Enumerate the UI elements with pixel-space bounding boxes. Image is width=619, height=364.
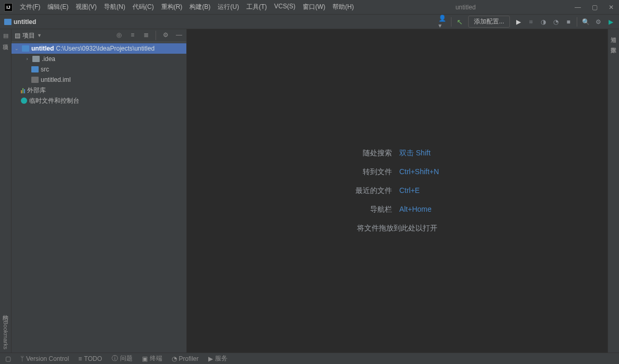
- breadcrumb-project: untitled: [14, 18, 36, 26]
- run-config-button[interactable]: 添加配置...: [468, 16, 510, 28]
- tree-item-label: 临时文件和控制台: [29, 96, 79, 105]
- menu-build[interactable]: 构建(B): [186, 1, 213, 14]
- project-view-selector[interactable]: ▤ 项目 ▼: [15, 31, 42, 40]
- window-controls: — ▢ ✕: [574, 4, 615, 11]
- left-stripe: ▤ 项目 结构 Bookmarks: [0, 29, 11, 353]
- collapse-all-icon[interactable]: ≣: [142, 31, 150, 39]
- gear-icon[interactable]: ⚙: [161, 31, 170, 39]
- tip-shortcut: 双击 Shift: [399, 149, 439, 158]
- menu-navigate[interactable]: 导航(N): [101, 1, 128, 14]
- status-label: Version Control: [26, 355, 69, 362]
- project-panel-icon: ▤: [3, 32, 8, 39]
- tree-scratches[interactable]: 临时文件和控制台: [11, 95, 186, 106]
- tree-item-label: untitled.iml: [41, 76, 70, 83]
- iml-file-icon: [31, 77, 39, 83]
- status-bar: ▢ ᛘ Version Control ≡ TODO ⓘ 问题 ▣ 终端 ◔ P…: [0, 353, 619, 364]
- tree-row[interactable]: › .idea: [11, 54, 186, 64]
- tree-item-label: src: [41, 66, 49, 73]
- tip-shortcut: Alt+Home: [399, 205, 439, 214]
- menu-run[interactable]: 运行(U): [215, 1, 242, 14]
- folder-icon: [32, 56, 40, 62]
- tree-root[interactable]: ⌄ untitled C:\Users\0932\IdeaProjects\un…: [11, 43, 186, 54]
- app-logo: IJ: [4, 3, 13, 11]
- tree-item-label: .idea: [42, 55, 55, 63]
- profile-icon[interactable]: ◔: [552, 18, 560, 26]
- project-stripe-btn[interactable]: ▤ 项目: [2, 32, 9, 40]
- tree-item-label: 外部库: [27, 86, 46, 95]
- status-vcs[interactable]: ᛘ Version Control: [20, 355, 69, 362]
- tip-label: 转到文件: [363, 167, 392, 177]
- tree-row[interactable]: untitled.iml: [11, 75, 186, 85]
- tip-label: 导航栏: [370, 205, 392, 214]
- coverage-icon[interactable]: ◑: [539, 18, 547, 26]
- chevron-right-icon[interactable]: ›: [24, 56, 30, 62]
- project-tool-window: ▤ 项目 ▼ ◎ ≡ ≣ ⚙ — ⌄ untitled C:\Users\093…: [11, 29, 187, 353]
- bookmarks-stripe-btn[interactable]: Bookmarks: [3, 321, 9, 349]
- chevron-down-icon: ▼: [37, 33, 42, 38]
- project-pane-title: 项目: [22, 31, 35, 40]
- menu-view[interactable]: 视图(V): [73, 1, 100, 14]
- status-terminal[interactable]: ▣ 终端: [142, 354, 162, 363]
- module-icon: [22, 45, 29, 52]
- status-problems[interactable]: ⓘ 问题: [112, 354, 133, 363]
- title-bar: IJ 文件(F) 编辑(E) 视图(V) 导航(N) 代码(C) 重构(R) 构…: [0, 0, 619, 15]
- folder-icon: [4, 19, 11, 25]
- main-layout: ▤ 项目 结构 Bookmarks ▤ 项目 ▼ ◎ ≡ ≣ ⚙ —: [0, 29, 619, 353]
- status-label: 服务: [215, 354, 228, 363]
- menu-vcs[interactable]: VCS(S): [271, 1, 299, 14]
- breadcrumb[interactable]: untitled: [4, 18, 36, 26]
- todo-icon: ≡: [78, 355, 82, 362]
- editor-empty-state[interactable]: 随处搜索 双击 Shift 转到文件 Ctrl+Shift+N 最近的文件 Ct…: [187, 29, 608, 353]
- debug-icon[interactable]: ⌗: [527, 18, 535, 26]
- branch-icon: ᛘ: [20, 355, 24, 362]
- tips-list: 随处搜索 双击 Shift 转到文件 Ctrl+Shift+N 最近的文件 Ct…: [355, 149, 439, 233]
- status-label: 终端: [150, 354, 162, 363]
- window-title: untitled: [361, 4, 570, 11]
- target-icon[interactable]: ◎: [115, 31, 123, 39]
- status-corner-icon[interactable]: ▢: [5, 355, 11, 362]
- status-label: TODO: [84, 355, 102, 362]
- main-menu: 文件(F) 编辑(E) 视图(V) 导航(N) 代码(C) 重构(R) 构建(B…: [17, 1, 357, 14]
- chevron-down-icon[interactable]: ⌄: [14, 46, 20, 51]
- build-icon[interactable]: ↖: [456, 18, 464, 26]
- view-combo-icon: ▤: [15, 32, 20, 39]
- project-tree[interactable]: ⌄ untitled C:\Users\0932\IdeaProjects\un…: [11, 42, 186, 353]
- settings-icon[interactable]: ⚙: [594, 18, 602, 26]
- tip-drop-hint: 将文件拖放到此处以打开: [357, 224, 437, 233]
- status-label: Profiler: [179, 355, 199, 362]
- menu-window[interactable]: 窗口(W): [300, 1, 328, 14]
- navigation-bar: untitled 👤▾ ↖ 添加配置... ▶ ⌗ ◑ ◔ ■ 🔍 ⚙ ▶: [0, 15, 619, 29]
- menu-edit[interactable]: 编辑(E): [44, 1, 72, 14]
- status-todo[interactable]: ≡ TODO: [78, 355, 102, 362]
- tip-label: 最近的文件: [355, 186, 392, 196]
- menu-file[interactable]: 文件(F): [17, 1, 43, 14]
- users-icon[interactable]: 👤▾: [438, 18, 447, 26]
- services-icon: ▶: [208, 355, 213, 362]
- stop-icon[interactable]: ■: [564, 18, 573, 26]
- tip-label: 随处搜索: [363, 149, 392, 158]
- status-services[interactable]: ▶ 服务: [208, 354, 228, 363]
- tip-shortcut: Ctrl+E: [399, 186, 439, 196]
- menu-help[interactable]: 帮助(H): [329, 1, 357, 14]
- expand-all-icon[interactable]: ≡: [128, 31, 137, 39]
- minimize-button[interactable]: —: [574, 4, 581, 11]
- tree-root-path: C:\Users\0932\IdeaProjects\untitled: [56, 45, 154, 52]
- maximize-button[interactable]: ▢: [591, 4, 598, 11]
- tree-row[interactable]: src: [11, 64, 186, 75]
- library-icon: [21, 87, 25, 93]
- problems-icon: ⓘ: [112, 354, 118, 363]
- status-profiler[interactable]: ◔ Profiler: [172, 355, 199, 362]
- terminal-icon: ▣: [142, 355, 148, 362]
- menu-tools[interactable]: 工具(T): [243, 1, 270, 14]
- tree-external-libs[interactable]: 外部库: [11, 85, 186, 95]
- hide-pane-icon[interactable]: —: [175, 31, 183, 39]
- search-everywhere-icon[interactable]: 🔍: [581, 18, 590, 26]
- run-icon[interactable]: ▶: [514, 18, 522, 26]
- scratches-icon: [21, 98, 27, 104]
- code-with-me-icon[interactable]: ▶: [606, 18, 615, 26]
- status-label: 问题: [120, 354, 133, 363]
- close-button[interactable]: ✕: [608, 4, 615, 11]
- profiler-icon: ◔: [172, 355, 177, 362]
- menu-refactor[interactable]: 重构(R): [158, 1, 186, 14]
- menu-code[interactable]: 代码(C): [129, 1, 157, 14]
